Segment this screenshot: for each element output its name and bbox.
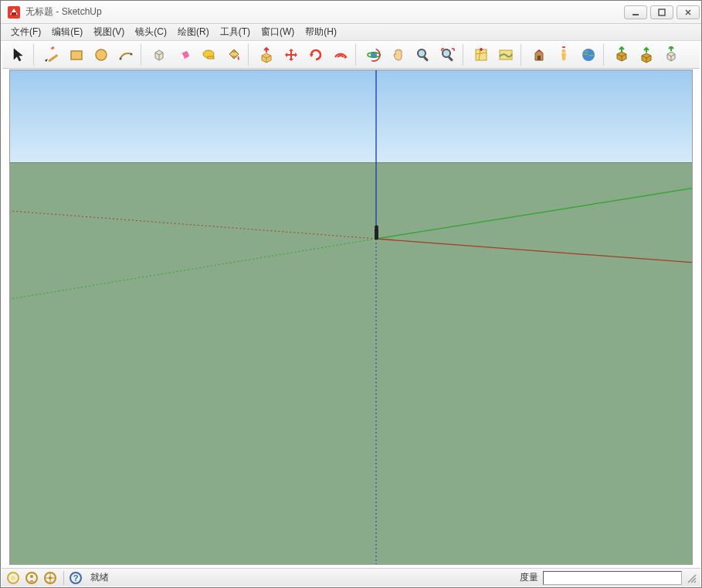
svg-rect-2 — [632, 14, 639, 15]
offset-tool[interactable] — [329, 43, 352, 66]
menu-help[interactable]: 帮助(H) — [300, 24, 342, 40]
separator — [463, 44, 466, 66]
svg-point-21 — [418, 49, 426, 57]
menu-view[interactable]: 视图(V) — [88, 24, 130, 40]
separator — [355, 44, 359, 66]
minimize-button[interactable] — [624, 5, 647, 19]
svg-point-10 — [131, 53, 133, 55]
svg-rect-1 — [12, 12, 16, 15]
svg-point-23 — [443, 49, 450, 57]
window-title: 无标题 - SketchUp — [25, 5, 102, 19]
menu-edit[interactable]: 编辑(E) — [46, 24, 88, 40]
axis-red-negative — [10, 211, 376, 239]
resize-grip[interactable] — [685, 572, 697, 584]
menu-window[interactable]: 窗口(W) — [256, 24, 300, 40]
orbit-tool[interactable] — [362, 43, 385, 66]
menu-draw[interactable]: 绘图(R) — [172, 24, 215, 40]
toolbar — [2, 41, 700, 69]
svg-point-15 — [230, 53, 238, 56]
svg-rect-6 — [51, 46, 55, 50]
select-tool[interactable] — [7, 43, 30, 66]
svg-rect-27 — [538, 56, 541, 60]
person-info-icon[interactable] — [23, 569, 40, 586]
svg-point-36 — [30, 575, 33, 578]
help-icon[interactable]: ? — [67, 569, 84, 586]
rectangle-tool[interactable] — [65, 43, 88, 66]
separator — [521, 44, 524, 66]
separator — [603, 44, 607, 66]
maximize-button[interactable] — [650, 5, 673, 19]
svg-rect-31 — [375, 229, 378, 240]
svg-rect-7 — [71, 51, 82, 59]
separator — [33, 44, 37, 66]
circle-tool[interactable] — [90, 43, 113, 66]
share-model-tool[interactable] — [635, 43, 658, 66]
menubar: 文件(F) 编辑(E) 视图(V) 镜头(C) 绘图(R) 工具(T) 窗口(W… — [1, 24, 701, 41]
menu-tools[interactable]: 工具(T) — [215, 24, 256, 40]
svg-marker-5 — [45, 59, 48, 62]
svg-rect-3 — [659, 9, 665, 15]
separator — [141, 44, 144, 66]
axis-green-positive — [376, 186, 692, 239]
status-text: 就绪 — [90, 571, 109, 584]
arc-tool[interactable] — [114, 43, 137, 66]
separator — [63, 571, 64, 585]
instructor-toggle-icon[interactable] — [5, 569, 22, 586]
zoom-tool[interactable] — [412, 43, 435, 66]
rotate-tool[interactable] — [304, 43, 327, 66]
svg-point-32 — [375, 226, 378, 229]
axis-green-negative — [10, 239, 376, 299]
svg-point-29 — [562, 49, 566, 53]
close-button[interactable] — [677, 5, 700, 19]
warehouse-building-tool[interactable] — [527, 43, 551, 66]
svg-point-8 — [96, 49, 107, 60]
measure-label: 度量 — [520, 571, 538, 584]
svg-rect-14 — [208, 56, 214, 59]
zoom-extents-tool[interactable] — [436, 43, 460, 66]
app-icon — [7, 5, 21, 19]
separator — [248, 44, 252, 66]
pan-tool[interactable] — [387, 43, 410, 66]
menu-camera[interactable]: 镜头(C) — [130, 24, 172, 40]
place-figure-tool[interactable] — [552, 43, 575, 66]
preview-google-earth-tool[interactable] — [577, 43, 600, 66]
eraser-tool[interactable] — [172, 43, 195, 66]
tape-measure-tool[interactable] — [197, 43, 220, 66]
svg-rect-4 — [48, 54, 58, 62]
viewport-3d[interactable] — [9, 70, 693, 565]
svg-point-34 — [11, 576, 15, 580]
upload-component-tool[interactable] — [660, 43, 683, 66]
menu-file[interactable]: 文件(F) — [5, 24, 46, 40]
svg-rect-25 — [476, 49, 487, 60]
svg-text:?: ? — [73, 573, 79, 583]
add-location-tool[interactable] — [470, 43, 493, 66]
move-tool[interactable] — [280, 43, 303, 66]
svg-point-9 — [120, 57, 122, 59]
svg-marker-16 — [310, 54, 314, 57]
axes-overlay — [10, 70, 692, 564]
get-models-tool[interactable] — [610, 43, 633, 66]
paint-bucket-tool[interactable] — [222, 43, 245, 66]
axis-red-positive — [376, 239, 692, 263]
line-tool[interactable] — [40, 43, 63, 66]
make-component-tool[interactable] — [148, 43, 171, 66]
scale-figure — [375, 226, 378, 240]
push-pull-tool[interactable] — [255, 43, 278, 66]
measure-input[interactable] — [543, 571, 682, 585]
geo-status-icon[interactable] — [42, 569, 59, 586]
titlebar: 无标题 - SketchUp — [1, 1, 701, 24]
statusbar: ? 就绪 度量 — [2, 568, 700, 586]
toggle-terrain-tool[interactable] — [494, 43, 517, 66]
